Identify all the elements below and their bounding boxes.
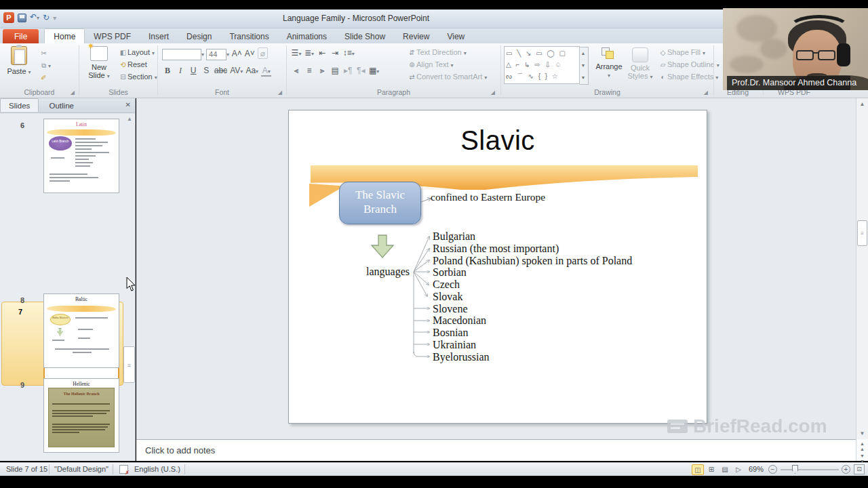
scrollbar-thumb[interactable]: ≡: [857, 220, 867, 246]
zoom-in-icon[interactable]: +: [842, 465, 850, 474]
paste-button[interactable]: Paste ▾: [4, 46, 34, 77]
font-dialog-launcher-icon[interactable]: ◢: [278, 89, 282, 96]
spellcheck-icon[interactable]: [119, 465, 128, 474]
previous-slide-icon[interactable]: ▲▲: [856, 441, 868, 452]
font-size-combo[interactable]: 44: [206, 49, 226, 60]
paragraph-dialog-launcher-icon[interactable]: ◢: [491, 89, 495, 96]
fit-to-window-icon[interactable]: ⊡: [854, 464, 865, 474]
close-panel-icon[interactable]: ✕: [125, 101, 131, 108]
zoom-level[interactable]: 69%: [749, 465, 764, 473]
scroll-down-icon[interactable]: ▼: [856, 430, 868, 436]
format-painter-button[interactable]: ✐: [39, 73, 48, 81]
reading-view-button[interactable]: ▤: [719, 464, 731, 475]
convert-smartart-button[interactable]: ⇄Convert to SmartArt ▾: [408, 73, 487, 81]
change-case-icon[interactable]: Aa▾: [245, 65, 258, 77]
slavic-branch-box[interactable]: The Slavic Branch: [339, 182, 421, 224]
language-item[interactable]: Poland (Kashubian) spoken in parts of Po…: [433, 255, 704, 267]
align-left-icon[interactable]: ⫷: [292, 65, 302, 77]
shapes-gallery[interactable]: ▭ ╲ ↘ ▭ ◯ ▢ △ ⌐ ↳ ⇨ ⇩ ♤ ᔓ ⌒ ∿ { } ☆ ▲▼▼: [504, 46, 580, 84]
new-slide-button[interactable]: New Slide ▾: [83, 46, 115, 81]
ribbon-tab[interactable]: View: [438, 29, 473, 43]
clear-formatting-icon[interactable]: ⌀: [258, 47, 268, 59]
ribbon-tab[interactable]: Insert: [140, 29, 178, 43]
zoom-out-icon[interactable]: −: [768, 465, 777, 474]
panel-scroll-up-icon[interactable]: ▲: [127, 116, 132, 122]
arrange-button[interactable]: Arrange ▾: [593, 47, 625, 80]
language-item[interactable]: Byelorussian: [433, 351, 704, 363]
language-item[interactable]: Slovak: [433, 291, 704, 303]
text-shadow-button[interactable]: S: [201, 65, 212, 77]
slide-9-thumbnail[interactable]: Hellenic The Hellenic Branch: [43, 378, 119, 453]
numbering-icon[interactable]: ≣▾: [304, 47, 315, 59]
language-status[interactable]: English (U.S.): [134, 465, 180, 473]
confined-text[interactable]: confined to Eastern Europe: [431, 191, 545, 203]
ribbon-tab[interactable]: Slide Show: [336, 29, 394, 43]
character-spacing-icon[interactable]: AV▾: [230, 65, 243, 77]
slide-canvas[interactable]: Slavic The Slavic Branch confined to Eas…: [288, 110, 707, 424]
slide-sorter-view-button[interactable]: ⊞: [705, 464, 717, 475]
slide-6-thumbnail[interactable]: Latin Latin Branch: [43, 119, 119, 193]
underline-button[interactable]: U: [189, 65, 199, 77]
left-to-right-icon[interactable]: ▸¶: [343, 65, 353, 77]
ribbon-tab[interactable]: Transitions: [220, 29, 277, 43]
zoom-slider-handle[interactable]: [792, 465, 798, 474]
shrink-font-icon[interactable]: A˅: [245, 48, 255, 60]
language-item[interactable]: Slovene: [433, 303, 704, 315]
language-item[interactable]: Czech: [433, 279, 704, 291]
language-item[interactable]: Macedonian: [433, 314, 704, 327]
normal-view-button[interactable]: ◫: [692, 464, 704, 475]
ribbon-tab[interactable]: File: [3, 29, 39, 43]
languages-label[interactable]: languages: [350, 266, 410, 278]
bold-button[interactable]: B: [163, 65, 173, 77]
increase-indent-icon[interactable]: ⇥: [330, 47, 340, 59]
font-name-combo[interactable]: [162, 49, 201, 60]
language-item[interactable]: Ukrainian: [433, 339, 704, 351]
tab-slides[interactable]: Slides: [0, 98, 39, 112]
slide-number-status[interactable]: Slide 7 of 15: [6, 465, 47, 473]
copy-button[interactable]: ⧉▾: [39, 61, 51, 70]
italic-button[interactable]: I: [176, 65, 186, 77]
tab-outline[interactable]: Outline: [41, 99, 82, 112]
align-right-icon[interactable]: ⫸: [317, 65, 328, 77]
slideshow-button[interactable]: ▷: [732, 464, 745, 475]
columns-icon[interactable]: ▦▾: [369, 65, 379, 77]
strikethrough-button[interactable]: abc: [214, 65, 227, 77]
panel-splitter-handle[interactable]: ≡: [123, 346, 135, 383]
drawing-dialog-launcher-icon[interactable]: ◢: [704, 89, 708, 96]
zoom-slider-track[interactable]: [781, 469, 839, 470]
cut-button[interactable]: ✂: [39, 49, 48, 57]
language-item[interactable]: Bulgarian: [433, 230, 704, 243]
language-item[interactable]: Sorbian: [433, 266, 704, 279]
language-item[interactable]: Russian (the most important): [433, 243, 704, 255]
justify-icon[interactable]: ▤: [330, 65, 340, 77]
ribbon-tab[interactable]: Animations: [278, 29, 336, 43]
reset-button[interactable]: ⟲Reset: [119, 60, 147, 68]
align-text-button[interactable]: ⊜Align Text ▾: [408, 60, 454, 68]
scroll-up-icon[interactable]: ▲: [856, 101, 868, 107]
clipboard-dialog-launcher-icon[interactable]: ◢: [71, 89, 75, 96]
decrease-indent-icon[interactable]: ⇤: [317, 47, 328, 59]
shape-outline-button[interactable]: ▱Shape Outline ▾: [658, 60, 719, 68]
notes-pane[interactable]: Click to add notes: [136, 439, 856, 461]
shapes-gallery-scroll[interactable]: ▲▼▼: [580, 47, 589, 85]
layout-button[interactable]: ◧Layout ▾: [119, 48, 155, 56]
shape-fill-button[interactable]: ◇Shape Fill ▾: [658, 48, 705, 56]
slide-nav-buttons[interactable]: ▲▲ ▼▼: [856, 439, 868, 461]
text-direction-button[interactable]: ⇵Text Direction ▾: [408, 48, 467, 56]
slide-8-thumbnail[interactable]: Baltic Baltic Branch: [43, 293, 119, 368]
section-button[interactable]: ⊟Section ▾: [119, 73, 157, 81]
bullets-icon[interactable]: ☰▾: [292, 47, 302, 59]
right-to-left-icon[interactable]: ¶◂: [356, 65, 366, 77]
line-spacing-icon[interactable]: ↕≡▾: [343, 47, 355, 59]
ribbon-tab[interactable]: Home: [44, 28, 85, 43]
shape-effects-button[interactable]: ◐Shape Effects ▾: [658, 73, 718, 81]
slide-title[interactable]: Slavic: [289, 125, 707, 156]
quick-styles-button[interactable]: Quick Styles ▾: [626, 47, 654, 81]
ribbon-tab[interactable]: Design: [178, 29, 220, 43]
align-center-icon[interactable]: ≡: [304, 65, 315, 77]
vertical-scrollbar[interactable]: ▲ ≡ ▼: [856, 98, 868, 439]
theme-status[interactable]: "Default Design": [54, 465, 108, 473]
grow-font-icon[interactable]: A˄: [232, 48, 242, 60]
font-color-icon[interactable]: A▾: [261, 65, 271, 77]
ribbon-tab[interactable]: Review: [394, 29, 438, 43]
